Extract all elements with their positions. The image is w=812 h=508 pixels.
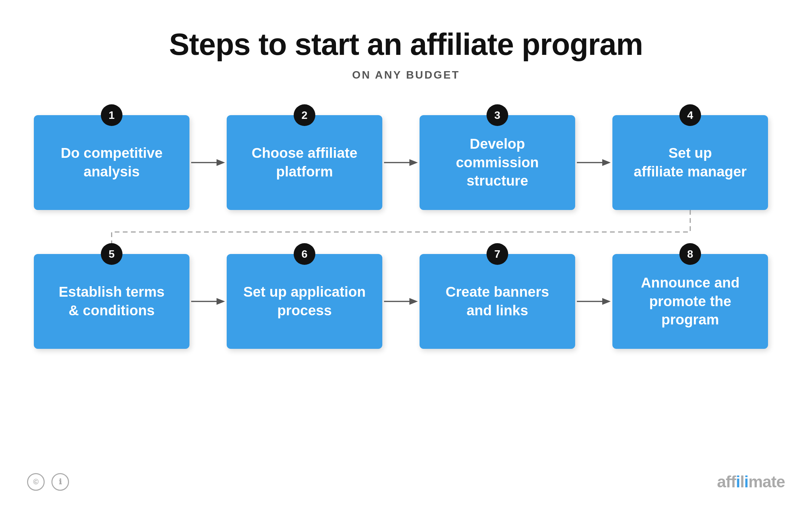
arrow-icon-3	[577, 156, 611, 169]
arrow-icon-2	[384, 156, 418, 169]
arrow-icon-1	[191, 156, 225, 169]
arrow-1-2	[189, 156, 227, 169]
svg-text:ℹ: ℹ	[59, 478, 62, 486]
step-label-3: Developcommissionstructure	[446, 135, 549, 190]
step-box-2: 2 Choose affiliateplatform	[227, 115, 382, 210]
step-number-8: 8	[679, 243, 701, 265]
step-label-6: Set up applicationprocess	[233, 283, 376, 320]
info-icon: ℹ	[51, 473, 69, 491]
brand-logo: affilimate	[717, 472, 785, 491]
arrow-7-8	[575, 295, 612, 308]
arrow-2-3	[382, 156, 420, 169]
step-label-8: Announce andpromote theprogram	[631, 274, 750, 329]
step-number-2: 2	[294, 104, 315, 126]
footer: © ℹ affilimate	[0, 472, 812, 491]
dashed-connector	[34, 210, 778, 254]
step-label-5: Establish terms& conditions	[49, 283, 175, 320]
step-box-1: 1 Do competitiveanalysis	[34, 115, 189, 210]
step-number-7: 7	[487, 243, 508, 265]
svg-marker-12	[602, 298, 611, 305]
step-number-1: 1	[101, 104, 122, 126]
svg-marker-10	[409, 298, 418, 305]
step-box-5: 5 Establish terms& conditions	[34, 254, 189, 349]
step-box-8: 8 Announce andpromote theprogram	[612, 254, 768, 349]
row-2: 5 Establish terms& conditions 6 Set up a…	[34, 254, 778, 349]
footer-icons: © ℹ	[27, 473, 69, 491]
svg-marker-8	[217, 298, 225, 305]
row-gap	[34, 210, 778, 254]
svg-marker-1	[217, 159, 225, 166]
step-number-3: 3	[487, 104, 508, 126]
row-1: 1 Do competitiveanalysis 2 Choose affili…	[34, 115, 778, 210]
svg-marker-3	[409, 159, 418, 166]
step-label-2: Choose affiliateplatform	[242, 144, 368, 181]
step-label-4: Set upaffiliate manager	[624, 144, 757, 181]
page-subtitle: ON ANY BUDGET	[352, 69, 460, 81]
flow-container: 1 Do competitiveanalysis 2 Choose affili…	[34, 115, 778, 349]
arrow-icon-5	[191, 295, 225, 308]
step-number-5: 5	[101, 243, 122, 265]
arrow-5-6	[189, 295, 227, 308]
step-label-7: Create bannersand links	[435, 283, 559, 320]
page-title: Steps to start an affiliate program	[169, 27, 643, 62]
page: Steps to start an affiliate program ON A…	[0, 0, 812, 508]
arrow-icon-6	[384, 295, 418, 308]
step-box-7: 7 Create bannersand links	[420, 254, 575, 349]
step-number-4: 4	[679, 104, 701, 126]
step-box-4: 4 Set upaffiliate manager	[612, 115, 768, 210]
step-box-6: 6 Set up applicationprocess	[227, 254, 382, 349]
step-box-3: 3 Developcommissionstructure	[420, 115, 575, 210]
arrow-3-4	[575, 156, 612, 169]
brand-accent: i	[736, 473, 740, 491]
arrow-6-7	[382, 295, 420, 308]
svg-text:©: ©	[33, 478, 39, 486]
cc-icon: ©	[27, 473, 45, 491]
step-number-6: 6	[294, 243, 315, 265]
arrow-icon-7	[577, 295, 611, 308]
step-label-1: Do competitiveanalysis	[50, 144, 173, 181]
svg-marker-5	[602, 159, 611, 166]
